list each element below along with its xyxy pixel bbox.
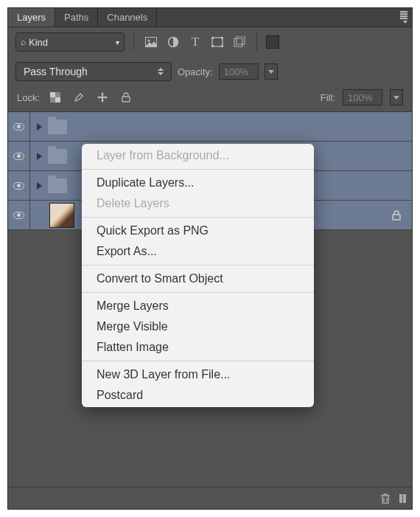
opacity-label: Opacity: <box>178 66 213 77</box>
svg-point-1 <box>148 40 150 42</box>
disclosure-triangle[interactable] <box>30 182 48 190</box>
svg-rect-5 <box>221 37 223 39</box>
tab-layers[interactable]: Layers <box>8 8 55 27</box>
menu-item[interactable]: Export As... <box>82 241 314 262</box>
svg-rect-6 <box>211 45 214 47</box>
menu-item[interactable]: Merge Layers <box>82 296 314 316</box>
panel-menu-icon[interactable] <box>400 11 407 24</box>
svg-rect-11 <box>50 92 55 97</box>
svg-rect-3 <box>212 38 223 46</box>
layer-locked-icon <box>391 210 402 221</box>
lock-position-move-icon[interactable] <box>94 89 111 105</box>
lock-pixels-brush-icon[interactable] <box>71 89 87 105</box>
filter-toggle-switch[interactable] <box>266 35 279 49</box>
visibility-toggle[interactable] <box>8 201 30 229</box>
menu-item[interactable]: Convert to Smart Object <box>82 268 314 289</box>
kind-filter-label: Kind <box>29 37 48 48</box>
tab-paths[interactable]: Paths <box>55 8 98 27</box>
trash-icon[interactable] <box>379 492 392 505</box>
tab-channels[interactable]: Channels <box>98 8 157 27</box>
fill-label: Fill: <box>321 92 335 103</box>
menu-item[interactable]: Merge Visible <box>82 316 314 337</box>
visibility-toggle[interactable] <box>8 171 30 200</box>
kind-filter-dropdown[interactable]: ⌕ Kind ▾ <box>15 32 125 52</box>
menu-separator <box>82 265 314 266</box>
folder-icon <box>48 119 67 134</box>
menu-item[interactable]: Postcard <box>82 385 314 406</box>
svg-rect-13 <box>122 97 130 102</box>
shape-layer-filter-icon[interactable] <box>209 34 225 50</box>
smart-object-filter-icon[interactable] <box>231 34 248 50</box>
visibility-toggle[interactable] <box>8 112 30 141</box>
menu-item[interactable]: Duplicate Layers... <box>82 173 314 193</box>
menu-item: Delete Layers <box>82 193 314 214</box>
menu-item[interactable]: Flatten Image <box>82 337 314 358</box>
layer-thumbnail <box>49 203 74 228</box>
lock-transparency-icon[interactable] <box>47 89 63 105</box>
eye-icon <box>13 153 24 160</box>
layer-row-group[interactable] <box>8 112 412 142</box>
panel-collapse-icon[interactable] <box>399 494 406 503</box>
adjustment-layer-filter-icon[interactable] <box>165 34 181 50</box>
eye-icon <box>13 182 24 190</box>
eye-icon <box>13 212 24 219</box>
folder-icon <box>48 149 67 164</box>
updown-caret-icon <box>158 68 164 75</box>
lock-row: Lock: Fill: 100% <box>8 86 412 112</box>
svg-rect-14 <box>393 215 400 220</box>
filter-row: ⌕ Kind ▾ T <box>8 27 412 57</box>
svg-rect-7 <box>221 45 223 47</box>
chevron-down-icon: ▾ <box>116 38 119 46</box>
svg-rect-8 <box>234 38 242 46</box>
menu-item[interactable]: New 3D Layer from File... <box>82 364 314 385</box>
menu-separator <box>82 361 314 361</box>
divider <box>256 33 257 51</box>
fill-dropdown-caret[interactable] <box>390 89 403 105</box>
disclosure-triangle[interactable] <box>30 153 48 160</box>
lock-all-icon[interactable] <box>118 89 134 105</box>
pixel-layer-filter-icon[interactable] <box>143 34 159 50</box>
eye-icon <box>13 123 24 131</box>
disclosure-triangle[interactable] <box>30 123 48 131</box>
svg-rect-9 <box>237 36 245 44</box>
lock-label: Lock: <box>17 92 40 103</box>
menu-separator <box>82 169 314 170</box>
divider <box>133 33 134 51</box>
menu-item: Layer from Background... <box>82 145 314 166</box>
layer-context-menu: Layer from Background...Duplicate Layers… <box>82 144 314 407</box>
menu-separator <box>82 292 314 293</box>
fill-field[interactable]: 100% <box>343 89 382 105</box>
opacity-dropdown-caret[interactable] <box>265 63 278 80</box>
blend-mode-value: Pass Through <box>24 66 88 77</box>
folder-icon <box>48 178 67 193</box>
blend-mode-dropdown[interactable]: Pass Through <box>15 62 172 81</box>
visibility-toggle[interactable] <box>8 142 30 170</box>
blend-row: Pass Through Opacity: 100% <box>8 57 412 86</box>
type-layer-filter-icon[interactable]: T <box>187 34 203 50</box>
opacity-field[interactable]: 100% <box>219 63 259 80</box>
menu-item[interactable]: Quick Export as PNG <box>82 221 314 241</box>
svg-rect-12 <box>55 97 60 103</box>
svg-rect-4 <box>211 37 214 39</box>
panel-footer <box>8 487 412 509</box>
tab-row: Layers Paths Channels <box>8 8 412 27</box>
menu-separator <box>82 217 314 218</box>
search-icon: ⌕ <box>21 37 26 47</box>
